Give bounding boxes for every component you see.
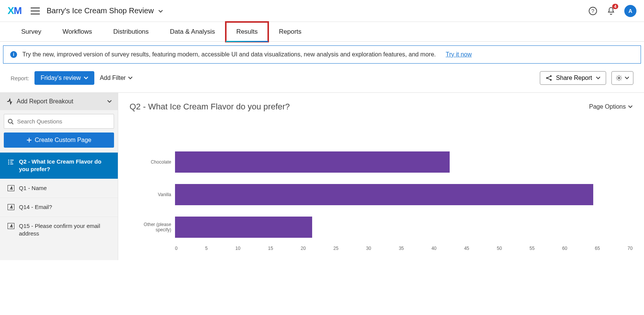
svg-rect-12 bbox=[10, 164, 13, 164]
chart-xtick: 15 bbox=[268, 246, 273, 251]
add-filter-button[interactable]: Add Filter bbox=[100, 75, 132, 81]
notifications-icon[interactable]: 4 bbox=[606, 6, 616, 16]
chart-xtick: 30 bbox=[366, 246, 371, 251]
chart-xtick: 0 bbox=[175, 246, 178, 251]
svg-point-5 bbox=[618, 77, 620, 79]
svg-point-6 bbox=[8, 119, 12, 123]
chart-bar bbox=[175, 184, 593, 205]
chart-xtick: 55 bbox=[530, 246, 535, 251]
svg-point-2 bbox=[550, 75, 552, 77]
sidebar-question-item[interactable]: AQ1 - Name bbox=[0, 179, 118, 198]
svg-point-8 bbox=[8, 162, 9, 163]
create-custom-page-button[interactable]: Create Custom Page bbox=[4, 133, 114, 148]
svg-rect-11 bbox=[10, 162, 13, 162]
svg-point-3 bbox=[546, 77, 548, 79]
chart-category-label: Other (please specify) bbox=[130, 211, 171, 243]
settings-button[interactable] bbox=[611, 71, 633, 85]
chart-xtick: 50 bbox=[497, 246, 502, 251]
chart-bar bbox=[175, 151, 450, 173]
info-icon: i bbox=[10, 51, 17, 58]
text-icon: A bbox=[8, 185, 14, 192]
text-icon: A bbox=[8, 204, 14, 211]
project-title[interactable]: Barry's Ice Cream Shop Review bbox=[47, 6, 163, 15]
xm-logo[interactable]: XM bbox=[8, 5, 22, 17]
sidebar-item-label: Q14 - Email? bbox=[19, 203, 52, 211]
chart-xtick: 45 bbox=[464, 246, 469, 251]
sidebar-item-label: Q1 - Name bbox=[19, 184, 47, 192]
tab-distributions[interactable]: Distributions bbox=[103, 22, 159, 42]
svg-text:A: A bbox=[9, 224, 13, 228]
chart-xtick: 10 bbox=[235, 246, 240, 251]
chart-xtick: 65 bbox=[595, 246, 600, 251]
svg-rect-10 bbox=[10, 160, 14, 161]
share-report-button[interactable]: Share Report bbox=[540, 71, 606, 85]
search-questions-input[interactable] bbox=[4, 114, 114, 129]
sidebar-question-item[interactable]: AQ14 - Email? bbox=[0, 198, 118, 217]
try-it-now-link[interactable]: Try it now bbox=[446, 51, 472, 58]
add-report-breakout[interactable]: Add Report Breakout bbox=[0, 93, 118, 110]
question-title: Q2 - What Ice Cream Flavor do you prefer… bbox=[130, 102, 290, 112]
chart-xtick: 20 bbox=[301, 246, 306, 251]
chart-xtick: 5 bbox=[205, 246, 208, 251]
chart-category-label: Chocolate bbox=[130, 146, 171, 178]
tab-data-analysis[interactable]: Data & Analysis bbox=[159, 22, 226, 42]
gear-icon bbox=[616, 75, 622, 81]
sidebar-item-label: Q2 - What Ice Cream Flavor do you prefer… bbox=[19, 158, 112, 173]
share-icon bbox=[546, 75, 552, 81]
tab-survey[interactable]: Survey bbox=[11, 22, 52, 42]
avatar[interactable]: A bbox=[624, 5, 636, 17]
chart-category-label: Vanilla bbox=[130, 178, 171, 211]
sidebar-question-item[interactable]: Q2 - What Ice Cream Flavor do you prefer… bbox=[0, 152, 118, 179]
plus-icon bbox=[27, 137, 32, 143]
search-icon bbox=[8, 119, 14, 125]
breakout-icon bbox=[6, 98, 13, 105]
menu-icon[interactable] bbox=[31, 7, 40, 15]
svg-text:A: A bbox=[9, 205, 13, 209]
report-label: Report: bbox=[11, 75, 29, 81]
banner-text: Try the new, improved version of survey … bbox=[22, 51, 436, 58]
report-selector[interactable]: Friday's review bbox=[34, 71, 94, 85]
tab-reports[interactable]: Reports bbox=[268, 22, 312, 42]
chart-bar bbox=[175, 217, 312, 238]
sidebar-item-label: Q15 - Please confirm your email address bbox=[19, 222, 112, 238]
new-results-banner: i Try the new, improved version of surve… bbox=[3, 45, 641, 64]
chart-xtick: 40 bbox=[431, 246, 436, 251]
sidebar: Add Report Breakout Create Custom Page Q… bbox=[0, 93, 118, 260]
help-icon[interactable]: ? bbox=[588, 6, 598, 16]
chart-xtick: 70 bbox=[628, 246, 633, 251]
chart-icon bbox=[8, 159, 14, 167]
svg-point-4 bbox=[550, 79, 552, 81]
page-options-button[interactable]: Page Options bbox=[589, 103, 633, 110]
tab-results[interactable]: Results bbox=[226, 22, 269, 42]
tab-workflows[interactable]: Workflows bbox=[52, 22, 103, 42]
chevron-down-icon bbox=[107, 100, 112, 103]
svg-point-7 bbox=[8, 160, 9, 161]
svg-text:?: ? bbox=[591, 8, 594, 14]
main-tabs: SurveyWorkflowsDistributionsData & Analy… bbox=[0, 22, 644, 42]
chart-xtick: 25 bbox=[333, 246, 338, 251]
text-icon: A bbox=[8, 223, 14, 230]
svg-text:A: A bbox=[9, 186, 13, 190]
chart-xtick: 60 bbox=[562, 246, 567, 251]
sidebar-question-item[interactable]: AQ15 - Please confirm your email address bbox=[0, 217, 118, 243]
notification-badge: 4 bbox=[612, 4, 618, 9]
svg-point-9 bbox=[8, 164, 9, 165]
chart-xtick: 35 bbox=[399, 246, 404, 251]
bar-chart: ChocolateVanillaOther (please specify) 0… bbox=[130, 146, 633, 251]
